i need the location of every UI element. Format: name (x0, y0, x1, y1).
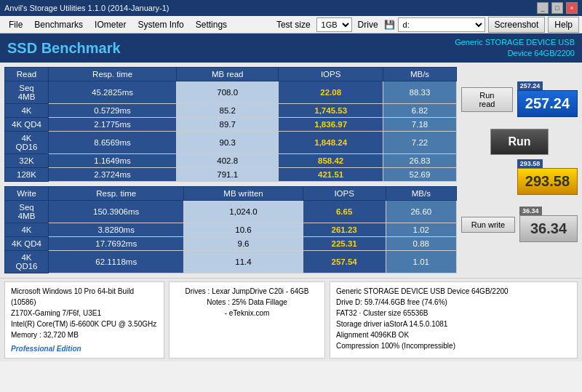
read-mbs-4kqd4: 7.18 (383, 118, 457, 132)
write-label-4kqd4: 4K QD4 (5, 237, 49, 251)
read-resp-128k: 2.3724ms (49, 168, 177, 182)
window-controls[interactable]: _ □ × (537, 2, 578, 14)
minimize-button[interactable]: _ (537, 2, 549, 14)
write-mbs-4k: 1.02 (386, 223, 456, 237)
read-row-seq4mb: Seq 4MB 45.2825ms 708.0 22.08 88.33 (5, 81, 457, 104)
read-label-4kqd4: 4K QD4 (5, 118, 49, 132)
device-info: Generic STORAGE DEVICE USB Device 64GB/2… (455, 37, 575, 60)
read-mbs-32k: 26.83 (383, 154, 457, 168)
sys-line4: Memory : 32,720 MB (11, 329, 158, 340)
read-label-128k: 128K (5, 168, 49, 182)
write-label-4kqd16: 4K QD16 (5, 251, 49, 273)
maximize-button[interactable]: □ (551, 2, 563, 14)
test-size-select[interactable]: 1GB 4GB (316, 17, 352, 32)
menu-file[interactable]: File (3, 18, 28, 31)
read-iops-4kqd4: 1,836.97 (279, 118, 383, 132)
drives-info-panel: Drives : Lexar JumpDrive C20i - 64GB Not… (169, 281, 325, 359)
write-mbs-seq4mb: 26.60 (386, 201, 456, 223)
read-table: Read Resp. time MB read IOPS MB/s Seq 4M… (4, 67, 457, 182)
write-resp-4kqd4: 17.7692ms (49, 237, 184, 251)
read-score-display: 257.24 257.24 (517, 81, 578, 117)
read-mbs-4kqd16: 7.22 (383, 132, 457, 154)
menu-sysinfo[interactable]: System Info (132, 18, 189, 31)
bottom-bar: Microsoft Windows 10 Pro 64-bit Build (1… (0, 278, 582, 361)
menu-iometer[interactable]: IOmeter (89, 18, 132, 31)
read-row-4kqd16: 4K QD16 8.6569ms 90.3 1,848.24 7.22 (5, 132, 457, 154)
write-mbs-4kqd4: 0.88 (386, 237, 456, 251)
resp-time-header-write: Resp. time (49, 187, 184, 201)
total-score-value: 293.58 (517, 168, 578, 195)
read-mb-128k: 791.1 (177, 168, 279, 182)
write-score-display: 36.34 36.34 (519, 207, 578, 242)
device-line4: Storage driver iaStorA 14.5.0.1081 (336, 319, 571, 329)
mbs-header-write: MB/s (386, 187, 456, 201)
read-row-4kqd4: 4K QD4 2.1775ms 89.7 1,836.97 7.18 (5, 118, 457, 132)
run-button[interactable]: Run (490, 129, 549, 155)
screenshot-button[interactable]: Screenshot (488, 17, 546, 33)
write-label-4k: 4K (5, 223, 49, 237)
write-resp-seq4mb: 150.3906ms (49, 201, 184, 223)
write-score-value: 36.34 (519, 215, 578, 242)
total-score-display: 293.58 293.58 (517, 159, 578, 195)
device-line5: Alignment 4096KB OK (336, 329, 571, 340)
main-content: Read Resp. time MB read IOPS MB/s Seq 4M… (0, 63, 582, 278)
test-size-label: Test size (274, 20, 314, 30)
read-score-row: Run read 257.24 257.24 (461, 81, 578, 117)
read-mbs-128k: 52.69 (383, 168, 457, 182)
drives-line1: Drives : Lexar JumpDrive C20i - 64GB (175, 286, 319, 297)
sys-line1: Microsoft Windows 10 Pro 64-bit Build (1… (11, 286, 158, 308)
read-label-seq4mb: Seq 4MB (5, 81, 49, 104)
read-score-value: 257.24 (517, 90, 578, 117)
read-mbs-4k: 6.82 (383, 104, 457, 118)
device-line3: FAT32 · Cluster size 65536B (336, 308, 571, 319)
read-label-4kqd16: 4K QD16 (5, 132, 49, 154)
device-line2: Device 64GB/2200 (455, 48, 575, 59)
write-iops-4k: 261.23 (303, 223, 386, 237)
ssd-title: SSD Benchmark (7, 40, 121, 57)
mbs-header-read: MB/s (383, 68, 457, 81)
read-mb-32k: 402.8 (177, 154, 279, 168)
read-mb-4kqd16: 90.3 (177, 132, 279, 154)
title-bar: Anvil's Storage Utilities 1.1.0 (2014-Ja… (0, 0, 582, 16)
read-iops-32k: 858.42 (279, 154, 383, 168)
help-button[interactable]: Help (548, 17, 579, 33)
write-row-4k: 4K 3.8280ms 10.6 261.23 1.02 (5, 223, 457, 237)
run-write-button[interactable]: Run write (461, 217, 515, 233)
write-iops-seq4mb: 6.65 (303, 201, 386, 223)
write-iops-4kqd16: 257.54 (303, 251, 386, 273)
read-mbs-seq4mb: 88.33 (383, 81, 457, 104)
write-label-seq4mb: Seq 4MB (5, 201, 49, 223)
total-score-row: 293.58 293.58 (461, 159, 578, 195)
drives-line3: - eTeknix.com (175, 308, 319, 319)
write-iops-4kqd4: 225.31 (303, 237, 386, 251)
total-score-label: 293.58 (517, 159, 543, 168)
read-resp-4k: 0.5729ms (49, 104, 177, 118)
device-info-panel: Generic STORAGE DEVICE USB Device 64GB/2… (330, 281, 578, 359)
device-line6: Compression 100% (Incompressible) (336, 340, 571, 351)
run-read-button[interactable]: Run read (461, 87, 513, 112)
write-row-seq4mb: Seq 4MB 150.3906ms 1,024.0 6.65 26.60 (5, 201, 457, 223)
read-iops-128k: 421.51 (279, 168, 383, 182)
write-resp-4k: 3.8280ms (49, 223, 184, 237)
menu-bar: File Benchmarks IOmeter System Info Sett… (0, 16, 582, 33)
read-row-128k: 128K 2.3724ms 791.1 421.51 52.69 (5, 168, 457, 182)
read-iops-4kqd16: 1,848.24 (279, 132, 383, 154)
read-row-32k: 32K 1.1649ms 402.8 858.42 26.83 (5, 154, 457, 168)
menu-benchmarks[interactable]: Benchmarks (28, 18, 89, 31)
write-table: Write Resp. time MB written IOPS MB/s Se… (4, 186, 457, 273)
read-header: Read (5, 68, 49, 81)
read-resp-32k: 1.1649ms (49, 154, 177, 168)
read-resp-4kqd4: 2.1775ms (49, 118, 177, 132)
ssd-header: SSD Benchmark Generic STORAGE DEVICE USB… (0, 33, 582, 63)
system-info-panel: Microsoft Windows 10 Pro 64-bit Build (1… (4, 281, 164, 359)
mb-read-header: MB read (177, 68, 279, 81)
drive-select[interactable]: d: (398, 17, 485, 32)
close-button[interactable]: × (566, 2, 578, 14)
drives-line2: Notes : 25% Data Fillage (175, 297, 319, 308)
read-label-32k: 32K (5, 154, 49, 168)
read-row-4k: 4K 0.5729ms 85.2 1,745.53 6.82 (5, 104, 457, 118)
read-resp-seq4mb: 45.2825ms (49, 81, 177, 104)
write-mb-4kqd16: 11.4 (184, 251, 303, 273)
sys-line3: Intel(R) Core(TM) i5-6600K CPU @ 3.50GHz (11, 319, 158, 329)
menu-settings[interactable]: Settings (190, 18, 233, 31)
